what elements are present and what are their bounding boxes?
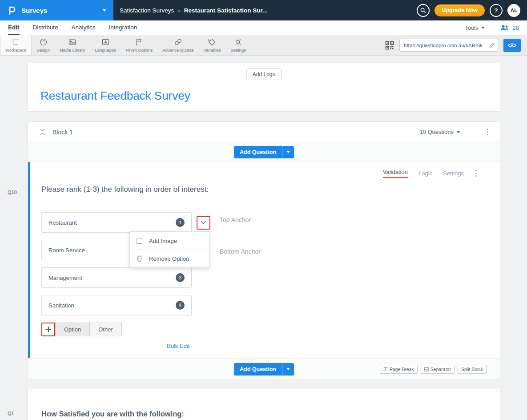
separator-icon [424, 367, 429, 372]
option-row[interactable]: Management 3 [41, 267, 192, 288]
breadcrumb: Satisfaction Surveys › Restaurant Satisf… [120, 7, 267, 14]
rank-badge: 3 [176, 273, 185, 282]
breadcrumb-parent[interactable]: Satisfaction Surveys [120, 7, 174, 14]
edit-url-icon[interactable] [489, 42, 495, 48]
chevron-down-icon [286, 368, 290, 370]
add-question-strip-top: Add Question [28, 142, 500, 162]
page-break-button[interactable]: Page Break [380, 365, 418, 374]
option-row[interactable]: Restaurant 1 [41, 212, 192, 233]
toolbar-item-media-library[interactable]: Media Library [55, 35, 90, 55]
insert-actions: Page Break Separator Split Block [380, 365, 487, 374]
survey-url-input[interactable] [399, 39, 498, 52]
option-row-wrap: Room Service 2 [41, 240, 487, 260]
tab-integration[interactable]: Integration [109, 20, 137, 35]
nav-right: Tools 28 [465, 24, 519, 31]
survey-title[interactable]: Restaurant Feedback Survey [40, 89, 190, 103]
toolbar-item-design[interactable]: Design [32, 35, 55, 55]
add-question-dropdown[interactable] [282, 363, 294, 376]
collaborator-count: 28 [513, 24, 519, 31]
question-text[interactable]: Please rank (1-3) the following in order… [41, 185, 487, 194]
rank-options: Restaurant 1 Room Service 2 Managem [41, 212, 487, 315]
toolbar-item-variables[interactable]: Variables [199, 35, 226, 55]
block-title[interactable]: Block 1 [52, 129, 73, 136]
gear-icon [234, 38, 242, 46]
block-header: Block 1 10 Questions [28, 122, 500, 142]
tab-analytics[interactable]: Analytics [72, 20, 96, 35]
tab-validation[interactable]: Validation [383, 169, 408, 178]
bottom-anchor-input[interactable]: Bottom Anchor [220, 248, 261, 255]
option-label: Sanitation [48, 302, 74, 309]
toolbar-item-finish-options[interactable]: Finish Options [121, 35, 158, 55]
chevron-down-icon [103, 9, 106, 12]
toolbar-item-workspace[interactable]: Workspace [0, 35, 32, 55]
separator-button[interactable]: Separator [421, 365, 455, 374]
add-question-strip-bottom: Add Question Page Break Separator [28, 358, 500, 380]
add-question-button[interactable]: Add Question [234, 146, 282, 158]
menu-item-add-image[interactable]: Add Image [130, 232, 209, 250]
add-logo-button[interactable]: Add Logo [246, 69, 282, 80]
palette-icon [39, 38, 48, 46]
option-row-wrap: Management 3 [41, 267, 487, 288]
product-name: Surveys [21, 7, 47, 14]
question-editor: Q10 Validation Logic Settings Please ran… [28, 162, 500, 358]
option-row[interactable]: Sanitation 4 [41, 295, 192, 315]
collapse-block-icon[interactable] [40, 129, 45, 135]
avatar[interactable]: AL [507, 4, 520, 17]
collaborators[interactable]: 28 [500, 24, 519, 31]
add-option-button[interactable]: Option [55, 323, 90, 336]
breadcrumb-current[interactable]: Restaurant Satisfaction Sur... [184, 7, 268, 14]
main-nav: Edit Distribute Analytics Integration To… [0, 20, 527, 35]
qr-code-icon[interactable] [385, 41, 394, 50]
editor-toolbar: Workspace Design Media Library Languages… [0, 35, 527, 56]
option-row-wrap: Sanitation 4 [41, 295, 487, 315]
product-switcher[interactable]: Surveys [0, 0, 113, 20]
eye-icon [508, 43, 516, 48]
split-block-button[interactable]: Split Block [458, 365, 487, 374]
survey-url-field [399, 39, 498, 52]
option-label: Room Service [48, 247, 85, 254]
option-menu-button[interactable] [197, 216, 210, 230]
tab-settings[interactable]: Settings [443, 170, 464, 177]
chevron-down-icon [457, 131, 460, 133]
search-button[interactable] [417, 4, 430, 17]
option-label: Restaurant [48, 219, 77, 226]
tools-label: Tools [465, 24, 478, 31]
question-menu-icon[interactable] [475, 173, 477, 174]
add-question-button[interactable]: Add Question [234, 363, 282, 376]
image-placeholder-icon [137, 238, 142, 244]
add-option-plus-button[interactable] [41, 323, 55, 336]
tools-menu[interactable]: Tools [465, 24, 484, 31]
toolbar-item-advance-quotas[interactable]: Advance Quotas [157, 35, 198, 55]
divider [41, 200, 487, 200]
upgrade-button[interactable]: Upgrade Now [434, 4, 485, 16]
top-anchor-input[interactable]: Top Anchor [220, 216, 251, 223]
trash-icon [137, 255, 142, 262]
add-question-split-button: Add Question [234, 363, 294, 376]
add-other-button[interactable]: Other [90, 323, 122, 336]
option-context-menu: Add Image Remove Option [129, 231, 209, 268]
toolbar-item-settings[interactable]: Settings [225, 35, 250, 55]
tab-distribute[interactable]: Distribute [33, 20, 58, 35]
next-question-card: Q1 How Satisfied you are with the follow… [28, 388, 500, 420]
menu-item-remove-option[interactable]: Remove Option [130, 250, 209, 267]
question-tabs: Validation Logic Settings [41, 167, 477, 179]
help-button[interactable]: ? [490, 4, 503, 17]
option-row-wrap: Restaurant 1 [41, 212, 487, 233]
chevron-down-icon [286, 151, 290, 153]
toolbar-right [385, 35, 527, 55]
page-break-icon [383, 367, 388, 372]
survey-header-card: Add Logo Restaurant Feedback Survey [28, 63, 500, 112]
question-number: Q1 [8, 411, 14, 416]
question-text[interactable]: How Satisfied you are with the following… [41, 410, 487, 418]
bulk-edit-link[interactable]: Bulk Edit [167, 343, 189, 349]
people-icon [500, 24, 509, 31]
workspace-icon [12, 38, 20, 46]
block-menu-icon[interactable] [487, 131, 488, 133]
add-question-dropdown[interactable] [282, 146, 294, 158]
question-count-dropdown[interactable]: 10 Questions [419, 129, 460, 135]
editor-canvas: Add Logo Restaurant Feedback Survey Bloc… [0, 56, 527, 420]
tab-logic[interactable]: Logic [418, 170, 432, 177]
tab-edit[interactable]: Edit [8, 20, 20, 35]
toolbar-item-languages[interactable]: Languages [90, 35, 121, 55]
preview-button[interactable] [503, 39, 521, 52]
